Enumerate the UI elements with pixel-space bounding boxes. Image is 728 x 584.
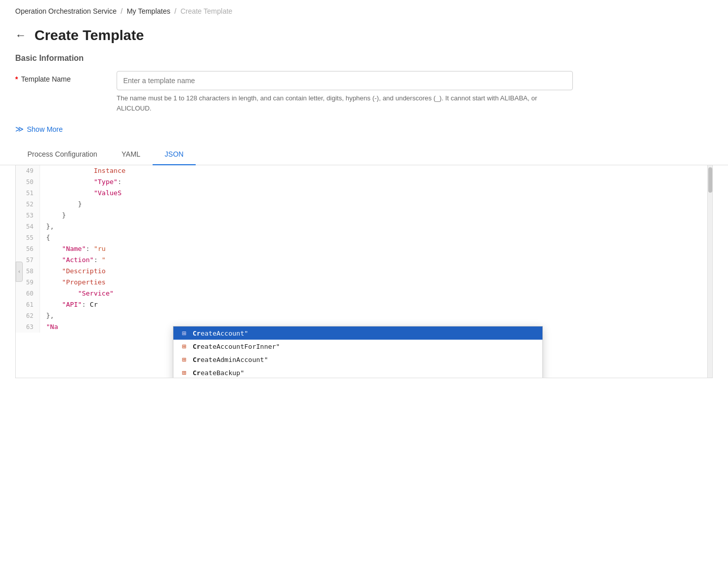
- ac-item-create-account-for-inner[interactable]: ⊞ CreateAccountForInner": [173, 340, 542, 353]
- template-name-input[interactable]: [117, 71, 573, 90]
- breadcrumb-service[interactable]: Operation Orchestration Service: [15, 7, 117, 15]
- code-line-50: 50 "Type":: [16, 176, 712, 188]
- template-name-label: * Template Name: [15, 71, 106, 83]
- code-line-52: 52 }: [16, 199, 712, 210]
- breadcrumb-sep1: /: [121, 7, 123, 15]
- ac-label-0: CreateAccount": [193, 330, 248, 337]
- code-editor[interactable]: ‹ 49 Instance 50 "Type": 51 "ValueS 52 }…: [15, 165, 713, 378]
- chevron-down-icon: ≫: [15, 124, 24, 134]
- code-line-51: 51 "ValueS: [16, 188, 712, 199]
- label-text: Template Name: [21, 75, 70, 83]
- code-line-58: 58 "Descriptio: [16, 266, 712, 277]
- ac-label-1: CreateAccountForInner": [193, 343, 280, 350]
- ac-icon-3: ⊞: [179, 369, 189, 377]
- back-button[interactable]: ←: [15, 29, 26, 42]
- breadcrumb-my-templates[interactable]: My Templates: [127, 7, 170, 15]
- ac-item-create-admin-account[interactable]: ⊞ CreateAdminAccount": [173, 353, 542, 366]
- form-row-template-name: * Template Name The name must be 1 to 12…: [15, 71, 713, 113]
- code-line-59: 59 "Properties: [16, 277, 712, 288]
- code-line-55: 55 {: [16, 232, 712, 243]
- ac-icon-2: ⊞: [179, 355, 189, 363]
- template-name-input-col: The name must be 1 to 128 characters in …: [117, 71, 713, 113]
- breadcrumb-current: Create Template: [180, 7, 232, 15]
- tabs-bar: Process Configuration YAML JSON: [0, 144, 728, 165]
- tab-yaml[interactable]: YAML: [110, 144, 153, 165]
- autocomplete-dropdown: ⊞ CreateAccount" ⊞ CreateAccountForInner…: [173, 326, 543, 378]
- code-line-49: 49 Instance: [16, 165, 712, 176]
- code-line-61: 61 "API": Cr: [16, 299, 712, 310]
- template-name-hint: The name must be 1 to 128 characters in …: [117, 93, 573, 113]
- ac-label-3: CreateBackup": [193, 369, 244, 377]
- ac-item-create-backup[interactable]: ⊞ CreateBackup": [173, 366, 542, 378]
- code-line-56: 56 "Name": "ru: [16, 243, 712, 254]
- code-line-53: 53 }: [16, 210, 712, 221]
- collapse-handle[interactable]: ‹: [16, 262, 23, 282]
- tab-process-configuration[interactable]: Process Configuration: [15, 144, 110, 165]
- tab-json[interactable]: JSON: [153, 144, 196, 165]
- code-line-60: 60 "Service": [16, 288, 712, 299]
- required-star: *: [15, 75, 18, 83]
- show-more-button[interactable]: ≫ Show More: [0, 119, 78, 144]
- page-title: Create Template: [34, 27, 144, 44]
- breadcrumb: Operation Orchestration Service / My Tem…: [0, 0, 728, 22]
- breadcrumb-sep2: /: [174, 7, 176, 15]
- ac-label-2: CreateAdminAccount": [193, 356, 268, 363]
- code-lines: 49 Instance 50 "Type": 51 "ValueS 52 } 5…: [16, 165, 712, 333]
- code-line-62: 62 },: [16, 310, 712, 321]
- code-line-57: 57 "Action": ": [16, 254, 712, 266]
- ac-icon-0: ⊞: [179, 329, 189, 337]
- ac-icon-1: ⊞: [179, 342, 189, 350]
- section-basic-info: Basic Information: [0, 54, 728, 71]
- form-area: * Template Name The name must be 1 to 12…: [0, 71, 728, 113]
- code-line-54: 54 },: [16, 221, 712, 232]
- scrollbar-track[interactable]: [707, 165, 712, 378]
- scrollbar-thumb[interactable]: [708, 167, 712, 193]
- show-more-label: Show More: [27, 125, 63, 133]
- page-title-area: ← Create Template: [0, 22, 728, 54]
- ac-item-create-account[interactable]: ⊞ CreateAccount": [173, 326, 542, 340]
